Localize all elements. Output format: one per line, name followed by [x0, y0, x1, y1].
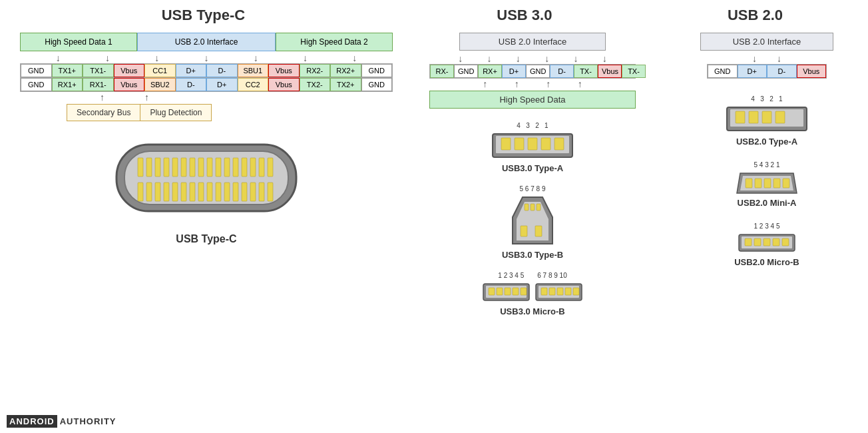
svg-rect-32: [259, 183, 264, 201]
typec-lower-boxes: Secondary Bus Plug Detection: [67, 104, 212, 121]
svg-rect-18: [138, 183, 143, 201]
usb3-micro-b: 1 2 3 4 5 6 7 8 9 10: [481, 272, 584, 316]
usb3-connectors: 4 3 2 1 USB3.0 Type-A: [413, 115, 652, 316]
usb2microb-numbers: 1 2 3 4 5: [754, 222, 780, 230]
svg-rect-70: [746, 179, 752, 188]
svg-rect-22: [172, 183, 178, 201]
usb2mina-numbers: 5 4 3 2 1: [754, 161, 780, 169]
svg-rect-5: [164, 158, 169, 177]
typec-connector-drawing: USB Type-C: [103, 135, 310, 245]
svg-rect-25: [198, 183, 204, 201]
svg-rect-29: [233, 183, 238, 201]
svg-rect-46: [521, 226, 527, 236]
svg-rect-78: [754, 238, 761, 246]
pin-r1-rx2p: RX2+: [330, 64, 361, 77]
usb3mb-numbers2: 6 7 8 9 10: [537, 272, 566, 279]
usb3a-numbers: 4 3 2 1: [517, 122, 548, 129]
usb2-type-a: 4 3 2 1 USB2.0 Type-A: [724, 95, 810, 147]
pin-r1-gnd1: GND: [21, 64, 52, 77]
usb3-type-b: 5 6 7 8 9 USB3.0 Type-B: [502, 185, 563, 260]
usb3-pin-dm: D-: [550, 65, 574, 78]
svg-rect-66: [762, 111, 771, 123]
secondary-bus-box: Secondary Bus: [67, 104, 140, 121]
svg-rect-23: [181, 183, 186, 201]
usb2a-numbers: 4 3 2 1: [751, 95, 782, 103]
svg-rect-12: [224, 158, 230, 177]
usb3mb-svg1: [481, 280, 531, 304]
usb3-pin-rxp: RX+: [478, 65, 502, 78]
pin-r2-dm: D-: [176, 78, 207, 91]
svg-rect-26: [207, 183, 212, 201]
usb3-pin-vbus: Vbus: [598, 65, 622, 78]
usb3mb-numbers1: 1 2 3 4 5: [498, 272, 524, 279]
up-arrow2: ↑: [144, 92, 149, 103]
usb3b-numbers: 5 6 7 8 9: [520, 185, 546, 193]
usb3a-label: USB3.0 Type-A: [502, 163, 563, 173]
pin-r2-rx1p: RX1+: [52, 78, 83, 91]
usb2mina-svg: [734, 170, 800, 195]
usb2-interface-box: USB 2.0 Interface: [700, 33, 833, 51]
usb3-uarr1: ↑: [483, 79, 487, 89]
up-arrow1: ↑: [100, 92, 105, 103]
typec-title: USB Type-C: [7, 7, 400, 24]
watermark-android: ANDROID: [7, 415, 57, 428]
usb3-pin-dp: D+: [502, 65, 526, 78]
svg-rect-11: [216, 158, 221, 177]
arrow6: ↓: [303, 53, 308, 63]
usb2-micro-b: 1 2 3 4 5 USB2.0 Micro-B: [734, 222, 799, 267]
svg-rect-47: [535, 226, 542, 236]
usb3-arr4: ↓: [544, 53, 549, 64]
svg-rect-54: [521, 288, 527, 295]
svg-rect-64: [736, 111, 745, 123]
svg-rect-51: [497, 288, 503, 295]
svg-rect-15: [250, 158, 256, 177]
arrow5: ↓: [254, 53, 258, 63]
usb3-pin-gnd1: GND: [454, 65, 478, 78]
usb3-uarr3: ↑: [546, 79, 550, 89]
typec-connector-svg: [103, 135, 310, 228]
svg-rect-20: [155, 183, 160, 201]
svg-rect-21: [164, 183, 169, 201]
typec-connector-label: USB Type-C: [176, 233, 236, 245]
typec-pin-row1: GND TX1+ TX1- Vbus CC1 D+ D- SBU1 Vbus R…: [20, 63, 393, 78]
pin-r2-sbu2: SBU2: [144, 78, 176, 91]
typec-header-usb2: USB 2.0 Interface: [137, 33, 276, 51]
svg-rect-74: [783, 179, 789, 188]
usb3-arr2: ↓: [487, 53, 491, 64]
typec-header-highspeed1: High Speed Data 1: [20, 33, 137, 51]
pin-r1-vbus2: Vbus: [268, 64, 300, 77]
svg-rect-73: [773, 179, 780, 188]
usb3-arr6: ↓: [602, 53, 607, 64]
svg-rect-65: [749, 111, 758, 123]
arrow1: ↓: [56, 53, 61, 63]
svg-rect-39: [541, 138, 550, 150]
pin-r1-dm: D-: [206, 64, 238, 77]
pin-r1-cc1: CC1: [144, 64, 176, 77]
svg-rect-40: [554, 138, 564, 150]
pin-r1-sbu1: SBU1: [238, 64, 269, 77]
usb2mb-label: USB2.0 Micro-B: [734, 257, 799, 267]
typec-pin-row2: GND RX1+ RX1- Vbus SBU2 D- D+ CC2 Vbus T…: [20, 78, 393, 92]
svg-rect-3: [146, 158, 152, 177]
usb2-mini-a: 5 4 3 2 1 USB2.0 Mini-A: [734, 161, 800, 208]
pin-r2-tx2m: TX2-: [300, 78, 331, 91]
usb3a-svg: [489, 131, 576, 161]
svg-rect-81: [782, 238, 789, 246]
svg-rect-37: [515, 138, 524, 150]
typec-header-area: High Speed Data 1 USB 2.0 Interface High…: [13, 33, 399, 121]
arrow2: ↓: [105, 53, 110, 63]
usb3-arr3: ↓: [516, 53, 521, 64]
svg-rect-27: [216, 183, 221, 201]
usb3-pin-txp: TX-: [622, 65, 646, 78]
usb3-high-speed-box: High Speed Data: [429, 91, 636, 109]
usb2mb-svg: [737, 231, 797, 254]
arrow3: ↓: [154, 53, 159, 63]
usb3-uarr4: ↑: [578, 79, 582, 89]
svg-rect-31: [250, 183, 256, 201]
svg-rect-43: [525, 204, 529, 211]
usb2a-label: USB2.0 Type-A: [736, 137, 797, 147]
usb2-pin-vbus: Vbus: [797, 65, 827, 78]
usb3-pins-row: RX- GND RX+ D+ GND D- TX- Vbus TX-: [429, 64, 636, 79]
watermark: ANDROIDAUTHORITY: [7, 416, 119, 426]
pin-r1-tx1p: TX1+: [52, 64, 83, 77]
